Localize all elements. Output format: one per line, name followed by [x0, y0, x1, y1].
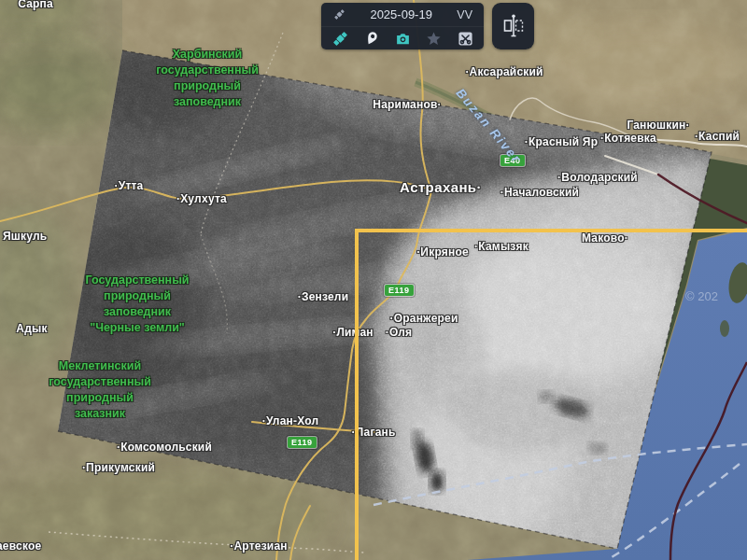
timeline-toolbar: 2025-09-19 VV — [321, 3, 484, 49]
satellite-icon — [332, 8, 345, 21]
toolbar-header-row: 2025-09-19 VV — [321, 3, 484, 27]
satellite-map-viewport[interactable]: Сарпа Нариманов· ·Аксарайский Ганюшкин· … — [0, 0, 747, 560]
crop-icon[interactable] — [457, 30, 473, 47]
star-icon[interactable] — [426, 30, 443, 47]
selection-rectangle[interactable] — [355, 229, 747, 560]
compare-split-icon — [502, 13, 525, 39]
toolbar-actions-row — [321, 27, 484, 49]
location-pin-icon[interactable] — [363, 30, 380, 47]
satellite-icon[interactable] — [331, 30, 348, 47]
date-picker[interactable]: 2025-09-19 — [354, 7, 448, 21]
polarization-selector[interactable]: VV — [457, 8, 472, 21]
compare-button[interactable] — [492, 3, 534, 49]
camera-icon[interactable] — [394, 30, 411, 47]
